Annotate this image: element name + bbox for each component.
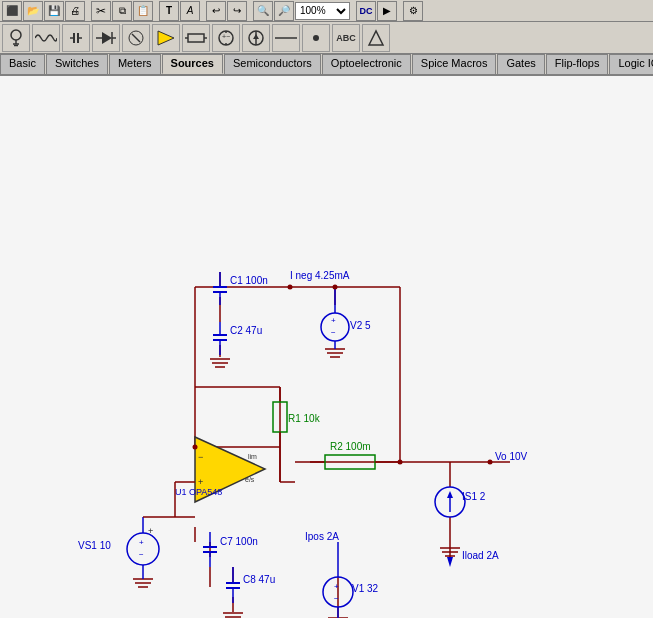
node-button[interactable]	[302, 24, 330, 52]
svg-text:+−: +−	[222, 33, 230, 40]
draw-button[interactable]: A	[180, 1, 200, 21]
resistor-button[interactable]	[182, 24, 210, 52]
svg-text:+: +	[148, 526, 153, 536]
zoom-in-button[interactable]: 🔎	[274, 1, 294, 21]
svg-point-138	[398, 460, 403, 465]
svg-text:C2 47u: C2 47u	[230, 325, 262, 336]
tab-semiconductors[interactable]: Semiconductors	[224, 54, 321, 74]
wire-button[interactable]	[272, 24, 300, 52]
tab-logic-ics[interactable]: Logic ICs-MCUs	[609, 54, 653, 74]
tabbar: Basic Switches Meters Sources Semiconduc…	[0, 54, 653, 76]
capacitor-button[interactable]	[62, 24, 90, 52]
svg-point-137	[193, 445, 198, 450]
svg-text:Ipos  2A: Ipos 2A	[305, 531, 339, 542]
svg-text:Iload  2A: Iload 2A	[462, 550, 499, 561]
svg-text:VS1 10: VS1 10	[78, 540, 111, 551]
svg-text:R2 100m: R2 100m	[330, 441, 371, 452]
zoom-out-button[interactable]: 🔍	[253, 1, 273, 21]
svg-text:e/s: e/s	[245, 476, 255, 483]
svg-line-13	[132, 34, 140, 42]
toolbar-components: +− ABC	[0, 22, 653, 54]
diode-button[interactable]	[92, 24, 120, 52]
tab-sources[interactable]: Sources	[162, 54, 223, 74]
tab-optoelectronic[interactable]: Optoelectronic	[322, 54, 411, 74]
tab-gates[interactable]: Gates	[497, 54, 544, 74]
settings-button[interactable]: ⚙	[403, 1, 423, 21]
inductor-button[interactable]	[32, 24, 60, 52]
zoom-dropdown[interactable]: 100% 50% 200%	[295, 2, 350, 20]
svg-point-80	[288, 285, 293, 290]
new-button[interactable]: ⬛	[2, 1, 22, 21]
tab-meters[interactable]: Meters	[109, 54, 161, 74]
svg-text:IS1 2: IS1 2	[462, 491, 486, 502]
copy-button[interactable]: ⧉	[112, 1, 132, 21]
svg-text:+: +	[331, 316, 336, 325]
svg-text:U1 OPA548: U1 OPA548	[175, 487, 222, 497]
toolbar-top: ⬛ 📂 💾 🖨 ✂ ⧉ 📋 T A ↩ ↪ 🔍 🔎 100% 50% 200% …	[0, 0, 653, 22]
svg-text:I neg  4.25mA: I neg 4.25mA	[290, 270, 350, 281]
svg-text:R1 10k: R1 10k	[288, 413, 321, 424]
svg-point-0	[11, 30, 21, 40]
undo-button[interactable]: ↩	[206, 1, 226, 21]
svg-point-103	[488, 460, 493, 465]
circuit-svg: C1 100n C2 47u I neg 4.25mA + − V2 5 R1 …	[0, 76, 653, 618]
svg-marker-141	[447, 557, 453, 567]
tab-basic[interactable]: Basic	[0, 54, 45, 74]
save-button[interactable]: 💾	[44, 1, 64, 21]
svg-text:+: +	[139, 538, 144, 547]
svg-text:Vo  10V: Vo 10V	[495, 451, 528, 462]
probe-button[interactable]	[362, 24, 390, 52]
svg-marker-14	[158, 31, 174, 45]
tab-switches[interactable]: Switches	[46, 54, 108, 74]
svg-text:V1 32: V1 32	[352, 583, 379, 594]
print-button[interactable]: 🖨	[65, 1, 85, 21]
cut-button[interactable]: ✂	[91, 1, 111, 21]
text-label-button[interactable]: ABC	[332, 24, 360, 52]
opamp-button[interactable]	[152, 24, 180, 52]
tab-flipflops[interactable]: Flip-flops	[546, 54, 609, 74]
svg-text:C7 100n: C7 100n	[220, 536, 258, 547]
ground-button[interactable]	[2, 24, 30, 52]
svg-text:−: −	[334, 594, 339, 603]
canvas-area[interactable]: C1 100n C2 47u I neg 4.25mA + − V2 5 R1 …	[0, 76, 653, 618]
svg-text:lim: lim	[248, 453, 257, 460]
svg-text:C1 100n: C1 100n	[230, 275, 268, 286]
svg-text:+: +	[198, 477, 203, 487]
svg-marker-27	[369, 31, 383, 45]
svg-text:−: −	[331, 328, 336, 337]
svg-marker-107	[447, 491, 453, 498]
svg-text:−: −	[198, 452, 203, 462]
svg-text:+: +	[334, 582, 339, 591]
vsource-button[interactable]: +−	[212, 24, 240, 52]
transistor-button[interactable]	[122, 24, 150, 52]
tab-spice-macros[interactable]: Spice Macros	[412, 54, 497, 74]
paste-button[interactable]: 📋	[133, 1, 153, 21]
isource-button[interactable]	[242, 24, 270, 52]
svg-point-26	[313, 35, 319, 41]
svg-rect-16	[188, 34, 204, 42]
text-button[interactable]: T	[159, 1, 179, 21]
open-button[interactable]: 📂	[23, 1, 43, 21]
redo-button[interactable]: ↪	[227, 1, 247, 21]
svg-point-139	[333, 285, 338, 290]
svg-text:V2 5: V2 5	[350, 320, 371, 331]
dc-button[interactable]: DC	[356, 1, 376, 21]
svg-text:C8 47u: C8 47u	[243, 574, 275, 585]
svg-marker-8	[102, 32, 112, 44]
svg-text:−: −	[139, 550, 144, 559]
svg-marker-24	[253, 34, 259, 39]
run-button[interactable]: ▶	[377, 1, 397, 21]
